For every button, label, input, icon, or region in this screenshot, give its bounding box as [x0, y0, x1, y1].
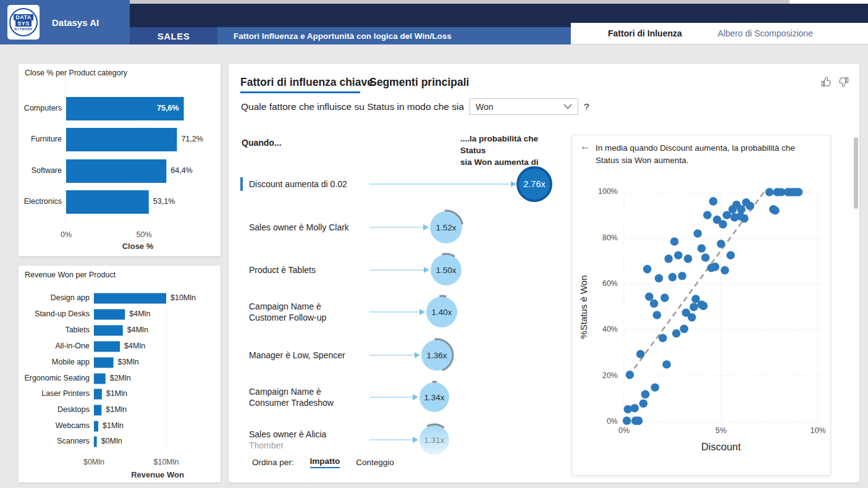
bar-Ergonomic Seating[interactable]: [94, 374, 106, 384]
scatter-point[interactable]: [678, 272, 686, 280]
feedback-icons: [820, 76, 849, 88]
scrollbar-thumb[interactable]: [854, 137, 858, 209]
thumbs-up-icon[interactable]: [820, 76, 832, 88]
influencer-bubble[interactable]: [421, 340, 452, 371]
bar-Tablets[interactable]: [94, 326, 123, 336]
scatter-point[interactable]: [641, 390, 650, 399]
bar-Mobile app[interactable]: [94, 358, 114, 368]
scatter-point[interactable]: [674, 251, 683, 260]
scatter-point[interactable]: [746, 202, 754, 211]
scatter-point[interactable]: [699, 301, 708, 310]
sort-by-count[interactable]: Conteggio: [356, 458, 394, 467]
arrow-head: [419, 309, 425, 315]
category-label: Ergonomic Seating: [24, 374, 90, 382]
scatter-point[interactable]: [626, 371, 634, 379]
scatter-point[interactable]: [717, 240, 725, 248]
tab-key-influencers[interactable]: Fattori di influenza chiave: [240, 76, 373, 89]
scatter-point[interactable]: [650, 300, 659, 308]
influencer-row-label[interactable]: Sales owner è Molly Clark: [249, 214, 366, 241]
x-tick-label: 10%: [810, 426, 825, 435]
scatter-point[interactable]: [630, 404, 639, 413]
scatter-point[interactable]: [659, 334, 667, 342]
scatter-point[interactable]: [639, 399, 648, 408]
influencer-bubble[interactable]: [518, 167, 551, 201]
scatter-point[interactable]: [697, 244, 706, 253]
scatter-point[interactable]: [765, 188, 774, 196]
influencer-bubble[interactable]: [431, 255, 461, 285]
sort-by-impact[interactable]: Impatto: [310, 456, 340, 468]
scatter-point[interactable]: [703, 211, 712, 219]
nav-section-sales[interactable]: SALES: [130, 27, 217, 44]
value-label: $3Mln: [118, 358, 139, 366]
influencer-row-label[interactable]: Campaign Name èCustomer Follow-up: [249, 298, 366, 326]
scatter-point[interactable]: [623, 416, 631, 425]
thumbs-down-icon[interactable]: [838, 76, 849, 88]
scatter-point[interactable]: [689, 303, 698, 311]
bar-Webcams[interactable]: [94, 421, 98, 432]
scatter-point[interactable]: [701, 253, 710, 262]
scatter-point[interactable]: [643, 265, 652, 274]
influencer-question: Quale fattore che influisce su Status in…: [241, 98, 589, 115]
status-value-dropdown[interactable]: Won: [470, 98, 578, 115]
scatter-point[interactable]: [740, 214, 749, 223]
scatter-point[interactable]: [694, 229, 702, 238]
bar-Design app[interactable]: [94, 293, 166, 304]
bar-Desktops[interactable]: [94, 405, 101, 416]
category-label: Tablets: [65, 326, 90, 334]
bar-Scanners[interactable]: [94, 437, 97, 447]
arrow-head: [413, 437, 418, 443]
y-tick-label: 0%: [607, 417, 618, 426]
scatter-point[interactable]: [680, 325, 689, 334]
scatter-point[interactable]: [664, 255, 673, 263]
logo-circle: DATA SYS N✦TWORK: [9, 8, 38, 36]
influencer-row-label[interactable]: Sales owner è AliciaThomber: [249, 426, 366, 453]
dropdown-value: Won: [476, 102, 494, 112]
top-navbar: [130, 4, 571, 27]
scatter-point[interactable]: [634, 416, 643, 425]
scatter-point[interactable]: [771, 206, 780, 215]
influencer-bubble[interactable]: [419, 382, 449, 412]
bar-Stand-up Desks[interactable]: [94, 309, 125, 320]
arrow-head: [413, 394, 418, 400]
scatter-point[interactable]: [670, 237, 679, 246]
influencer-row-label[interactable]: Discount aumenta di 0.02: [249, 170, 366, 198]
scatter-point[interactable]: [718, 220, 727, 229]
scatter-point[interactable]: [660, 293, 669, 302]
influencer-row-line: Customer Follow-up: [249, 312, 366, 324]
scatter-point[interactable]: [651, 383, 659, 392]
tab-fattori-di-inluenza[interactable]: Fattori di Inluenza: [608, 28, 682, 38]
influencer-row-label[interactable]: Manager è Low, Spencer: [249, 342, 366, 369]
scatter-point[interactable]: [711, 263, 720, 271]
window-top-strip-end: [790, 0, 868, 4]
scatter-point[interactable]: [668, 273, 677, 282]
tab-top-segments[interactable]: Segmenti principali: [369, 76, 469, 89]
scatter-point[interactable]: [645, 292, 654, 301]
scatter-point[interactable]: [794, 188, 803, 196]
close-pct-bar-chart: Computers75,6%Furniture71,2%Software64,4…: [19, 64, 221, 256]
influencer-row-label[interactable]: Campaign Name èConsumer Tradeshow: [249, 384, 366, 411]
influencer-bubble[interactable]: [430, 211, 462, 243]
bar-Electronics[interactable]: [66, 190, 149, 214]
scatter-point[interactable]: [684, 255, 693, 263]
bar-Software[interactable]: [66, 159, 166, 183]
scatter-point[interactable]: [672, 329, 681, 338]
bar-Furniture[interactable]: [66, 128, 177, 151]
scatter-point[interactable]: [720, 266, 729, 275]
scatter-point[interactable]: [723, 211, 731, 219]
bar-All-in-One[interactable]: [94, 342, 120, 352]
influencer-row-label[interactable]: Product è Tablets: [249, 256, 366, 284]
scatter-point[interactable]: [727, 251, 735, 260]
influencer-bubble[interactable]: [419, 425, 449, 455]
revenue-won-bar-chart: Design app$10MlnStand-up Desks$4MlnTable…: [19, 266, 221, 482]
scatter-point[interactable]: [653, 311, 662, 319]
value-label: 53,1%: [153, 197, 175, 206]
scatter-point[interactable]: [655, 274, 664, 283]
scatter-point[interactable]: [636, 350, 645, 358]
influencer-bubble[interactable]: [426, 297, 457, 327]
bar-Laser Printers[interactable]: [94, 389, 102, 400]
scatter-point[interactable]: [662, 360, 671, 369]
scatter-point[interactable]: [709, 197, 718, 206]
category-label: Software: [32, 166, 62, 175]
scatter-point[interactable]: [688, 313, 696, 322]
tab-albero-di-scomposizione[interactable]: Albero di Scomposizione: [718, 28, 813, 38]
